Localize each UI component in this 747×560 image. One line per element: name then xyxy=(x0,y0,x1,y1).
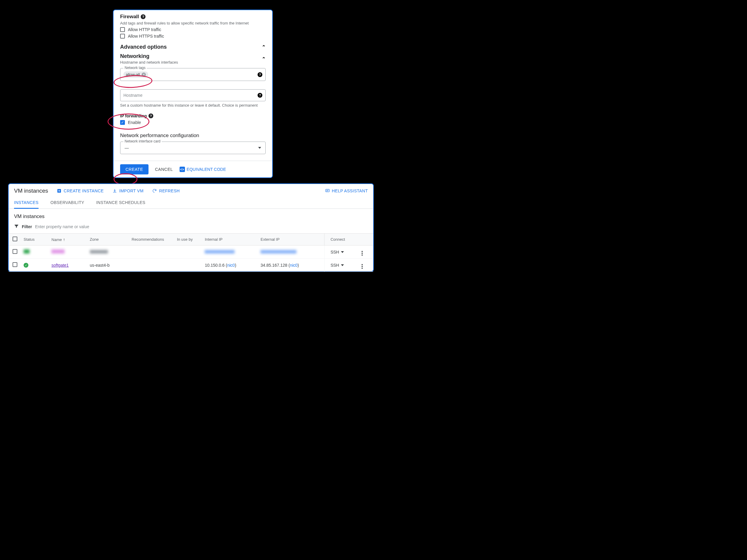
help-icon[interactable]: ? xyxy=(258,72,262,77)
cancel-button[interactable]: CANCEL xyxy=(155,167,173,172)
networking-accordion[interactable]: Networking Hostname and network interfac… xyxy=(120,53,266,64)
status-running-icon: ✓ xyxy=(24,263,28,268)
ssh-button[interactable]: SSH xyxy=(331,250,344,255)
vm-instances-panel: VM instances CREATE INSTANCE IMPORT VM R… xyxy=(8,183,374,272)
row-checkbox[interactable] xyxy=(12,249,17,254)
equivalent-code-label: EQUIVALENT CODE xyxy=(187,167,226,172)
hostname-placeholder: Hostname xyxy=(123,93,143,98)
filter-icon xyxy=(14,224,19,230)
tab-observability[interactable]: OBSERVABILITY xyxy=(51,197,84,209)
create-instance-label: CREATE INSTANCE xyxy=(63,188,104,193)
page-title: VM instances xyxy=(14,188,48,194)
hostname-field[interactable]: Hostname ? xyxy=(120,89,266,101)
tab-instance-schedules[interactable]: INSTANCE SCHEDULES xyxy=(96,197,146,209)
nic-link[interactable]: nic0 xyxy=(290,263,298,268)
checkbox-icon[interactable] xyxy=(120,34,125,38)
enable-label: Enable xyxy=(128,120,141,125)
instance-name-link[interactable]: softgate1 xyxy=(51,263,69,268)
refresh-button[interactable]: REFRESH xyxy=(152,188,180,193)
ip-forwarding-enable-row[interactable]: Enable xyxy=(120,120,266,125)
allow-https-label: Allow HTTPS traffic xyxy=(128,34,164,38)
redacted xyxy=(24,249,30,254)
equivalent-code-button[interactable]: <> EQUIVALENT CODE xyxy=(180,167,226,172)
help-icon[interactable]: ? xyxy=(149,113,153,118)
chevron-up-icon: ⌃ xyxy=(262,56,266,62)
ssh-button[interactable]: SSH xyxy=(331,263,344,268)
chip-label: allow-all xyxy=(126,72,140,77)
table-row: SSH xyxy=(9,245,373,259)
zone-cell: us-east4-b xyxy=(87,259,129,272)
col-connect[interactable]: Connect xyxy=(325,234,359,245)
allow-http-label: Allow HTTP traffic xyxy=(128,27,161,32)
filter-bar[interactable]: Filter Enter property name or value xyxy=(9,222,373,233)
col-external-ip[interactable]: External IP xyxy=(258,234,325,245)
panel-header: VM instances CREATE INSTANCE IMPORT VM R… xyxy=(9,184,373,197)
col-zone[interactable]: Zone xyxy=(87,234,129,245)
create-instance-panel: Firewall ? Add tags and firewall rules t… xyxy=(113,9,273,178)
redacted xyxy=(205,250,235,254)
ip-forwarding-title: IP forwarding xyxy=(120,113,147,118)
ip-forwarding-heading: IP forwarding ? xyxy=(120,113,266,118)
col-status[interactable]: Status xyxy=(21,234,49,245)
create-button[interactable]: CREATE xyxy=(120,164,149,175)
advanced-options-accordion[interactable]: Advanced options ⌃ xyxy=(120,44,266,50)
nic-select[interactable]: Network interface card — xyxy=(120,141,266,154)
caret-down-icon xyxy=(258,147,261,149)
firewall-title: Firewall xyxy=(120,14,139,20)
col-recommendations[interactable]: Recommendations xyxy=(129,234,175,245)
select-all-checkbox[interactable] xyxy=(12,237,17,241)
firewall-heading: Firewall ? xyxy=(120,14,266,20)
help-icon[interactable]: ? xyxy=(258,93,262,98)
form-footer: CREATE CANCEL <> EQUIVALENT CODE xyxy=(113,161,272,178)
network-tag-chip[interactable]: allow-all ✕ xyxy=(123,71,148,78)
caret-down-icon xyxy=(341,251,344,253)
nic-link[interactable]: nic0 xyxy=(227,263,235,268)
allow-https-row[interactable]: Allow HTTPS traffic xyxy=(120,34,266,38)
nic-legend: Network interface card xyxy=(123,139,162,143)
external-ip-cell: 34.85.167.128 (nic0) xyxy=(258,259,325,272)
svg-rect-1 xyxy=(326,189,329,192)
network-perf-heading: Network performance configuration xyxy=(120,133,266,139)
close-icon[interactable]: ✕ xyxy=(141,73,146,77)
vm-table: Status Name↑ Zone Recommendations In use… xyxy=(9,233,373,272)
chevron-up-icon: ⌃ xyxy=(262,44,266,50)
plus-icon xyxy=(56,188,62,193)
help-icon[interactable]: ? xyxy=(141,14,146,19)
create-instance-button[interactable]: CREATE INSTANCE xyxy=(56,188,104,193)
more-menu-icon[interactable] xyxy=(362,264,363,269)
caret-down-icon xyxy=(341,264,344,266)
refresh-label: REFRESH xyxy=(159,188,180,193)
col-in-use-by[interactable]: In use by xyxy=(175,234,202,245)
hostname-hint: Set a custom hostname for this instance … xyxy=(120,103,266,108)
advanced-title: Advanced options xyxy=(120,44,167,50)
internal-ip-cell: 10.150.0.6 (nic0) xyxy=(202,259,258,272)
allow-http-row[interactable]: Allow HTTP traffic xyxy=(120,27,266,32)
section-subtitle: VM instances xyxy=(9,209,373,222)
col-name[interactable]: Name↑ xyxy=(49,234,87,245)
redacted xyxy=(90,250,108,254)
import-vm-button[interactable]: IMPORT VM xyxy=(112,188,144,193)
row-checkbox[interactable] xyxy=(12,262,17,267)
more-menu-icon[interactable] xyxy=(362,251,363,256)
network-tags-legend: Network tags xyxy=(123,66,147,70)
tab-instances[interactable]: INSTANCES xyxy=(14,197,38,209)
sort-asc-icon: ↑ xyxy=(63,237,65,242)
filter-placeholder: Enter property name or value xyxy=(35,224,89,229)
help-assistant-button[interactable]: HELP ASSISTANT xyxy=(325,188,368,193)
refresh-icon xyxy=(152,188,157,193)
networking-subtitle: Hostname and network interfaces xyxy=(120,60,178,64)
networking-title: Networking xyxy=(120,53,178,59)
col-internal-ip[interactable]: Internal IP xyxy=(202,234,258,245)
network-tags-field[interactable]: Network tags allow-all ✕ ? xyxy=(120,68,266,81)
tab-bar: INSTANCES OBSERVABILITY INSTANCE SCHEDUL… xyxy=(9,197,373,209)
checkbox-checked-icon[interactable] xyxy=(120,120,125,125)
filter-label: Filter xyxy=(22,224,32,229)
nic-value: — xyxy=(125,145,129,150)
import-vm-label: IMPORT VM xyxy=(119,188,144,193)
table-row: ✓ softgate1 us-east4-b 10.150.0.6 (nic0)… xyxy=(9,259,373,272)
checkbox-icon[interactable] xyxy=(120,27,125,32)
chat-icon xyxy=(325,188,330,193)
help-assistant-label: HELP ASSISTANT xyxy=(332,188,368,193)
code-icon: <> xyxy=(180,167,185,172)
redacted xyxy=(51,249,65,254)
